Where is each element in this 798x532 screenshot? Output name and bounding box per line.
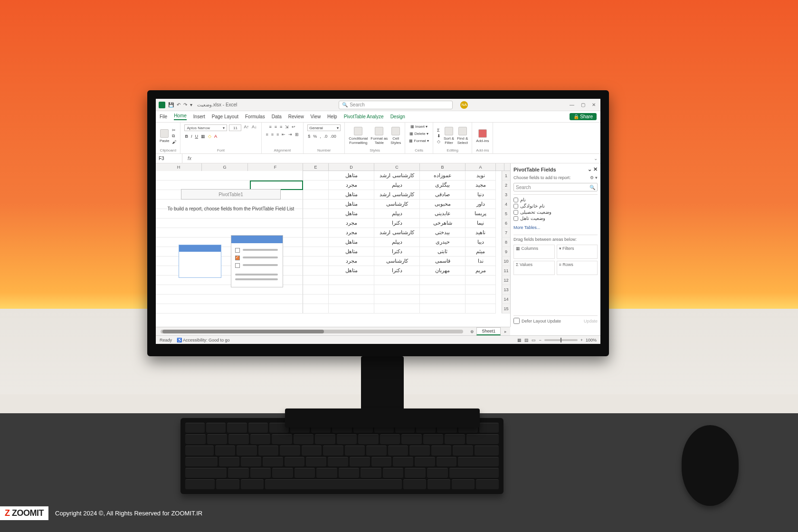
- fill-icon[interactable]: ⬇: [437, 133, 441, 138]
- cut-icon[interactable]: ✂: [172, 128, 176, 133]
- worksheet[interactable]: E D C B A H G F 123456789101112131415: [156, 163, 510, 327]
- monitor-stand-base: [285, 408, 480, 428]
- zoom-slider[interactable]: [544, 339, 578, 341]
- clear-icon[interactable]: ◇: [437, 139, 441, 144]
- redo-icon[interactable]: ↷: [183, 102, 187, 107]
- copy-icon[interactable]: ⧉: [172, 133, 176, 139]
- inc-dec-icon[interactable]: .0: [323, 134, 328, 139]
- merge-icon[interactable]: ⊞: [294, 132, 299, 137]
- view-page-icon[interactable]: ▤: [524, 338, 529, 342]
- align-mid-icon[interactable]: ≡: [274, 124, 277, 129]
- share-button[interactable]: 🔒 Share: [570, 113, 597, 120]
- font-name-combo[interactable]: Aptos Narrow▾: [184, 124, 227, 131]
- save-icon[interactable]: 💾: [168, 102, 174, 107]
- tab-home[interactable]: Home: [174, 113, 187, 120]
- sheet-tab[interactable]: Sheet1: [476, 327, 501, 335]
- fill-color-icon[interactable]: ◇: [208, 134, 212, 139]
- align-bot-icon[interactable]: ≡: [279, 124, 283, 129]
- comma-icon[interactable]: ,: [319, 134, 322, 139]
- align-left-icon[interactable]: ≡: [266, 132, 269, 137]
- dec-dec-icon[interactable]: .00: [330, 134, 337, 139]
- align-center-icon[interactable]: ≡: [271, 132, 274, 137]
- new-sheet-button[interactable]: ⊕: [468, 329, 476, 334]
- zone-values[interactable]: Σ Values: [513, 261, 555, 275]
- tab-page-layout[interactable]: Page Layout: [212, 114, 238, 119]
- pivot-hint-text: To build a report, choose fields from th…: [160, 206, 302, 211]
- percent-icon[interactable]: %: [313, 134, 317, 139]
- format-as-table-button[interactable]: Format as Table: [370, 127, 388, 145]
- cell-styles-button[interactable]: Cell Styles: [390, 127, 401, 145]
- field-search[interactable]: Search🔍: [513, 183, 598, 191]
- undo-icon[interactable]: ↶: [177, 102, 180, 107]
- tab-design[interactable]: Design: [390, 114, 405, 119]
- zone-columns[interactable]: ▦ Columns: [513, 245, 555, 259]
- indent-inc-icon[interactable]: ⇥: [288, 132, 293, 137]
- tab-review[interactable]: Review: [288, 114, 304, 119]
- panel-close-icon[interactable]: ✕: [593, 166, 598, 172]
- sort-filter-button[interactable]: Sort & Filter: [444, 127, 454, 145]
- defer-layout-checkbox[interactable]: [513, 318, 520, 324]
- more-tables-link[interactable]: More Tables...: [513, 225, 598, 230]
- font-size-combo[interactable]: 11: [229, 124, 241, 131]
- panel-options-icon[interactable]: ⌄: [588, 166, 592, 172]
- currency-icon[interactable]: $: [307, 134, 311, 139]
- font-color-icon[interactable]: A: [214, 134, 218, 139]
- format-cells-button[interactable]: ▦ Format ▾: [409, 139, 429, 143]
- pivot-placeholder[interactable]: PivotTable1 To build a report, choose fi…: [160, 178, 302, 292]
- indent-dec-icon[interactable]: ⇤: [281, 132, 286, 137]
- minimize-icon[interactable]: —: [570, 102, 574, 107]
- formula-expand-icon[interactable]: ⌄: [591, 156, 600, 161]
- tab-help[interactable]: Help: [327, 114, 337, 119]
- format-painter-icon[interactable]: 🖌: [172, 140, 176, 144]
- sheet-nav-icon[interactable]: ▸: [501, 329, 510, 334]
- tab-insert[interactable]: Insert: [193, 114, 205, 119]
- conditional-formatting-button[interactable]: Conditional Formatting: [349, 127, 368, 145]
- zoom-out-icon[interactable]: −: [539, 338, 541, 342]
- field-checkbox[interactable]: وضعیت تحصیلی: [513, 209, 598, 215]
- tab-formulas[interactable]: Formulas: [245, 114, 265, 119]
- search-box[interactable]: 🔍 Search: [339, 101, 453, 109]
- border-icon[interactable]: ▦: [200, 134, 206, 139]
- field-checkbox[interactable]: نام خانوادگی: [513, 203, 598, 209]
- user-avatar[interactable]: NA: [460, 101, 468, 109]
- name-box[interactable]: F3: [156, 154, 182, 163]
- zoom-level[interactable]: 100%: [586, 338, 597, 342]
- underline-button[interactable]: U: [194, 134, 199, 139]
- delete-cells-button[interactable]: ▦ Delete ▾: [409, 132, 428, 136]
- update-button[interactable]: Update: [584, 319, 598, 323]
- orientation-icon[interactable]: ⇲: [285, 124, 289, 129]
- align-right-icon[interactable]: ≡: [276, 132, 279, 137]
- italic-button[interactable]: I: [190, 134, 193, 139]
- row-headers[interactable]: 123456789101112131415: [502, 171, 510, 314]
- view-normal-icon[interactable]: ▦: [517, 338, 522, 342]
- fx-icon[interactable]: fx: [182, 156, 197, 161]
- accessibility-status[interactable]: ♿ Accessibility: Good to go: [177, 338, 230, 342]
- view-break-icon[interactable]: ▭: [532, 338, 536, 342]
- zone-rows[interactable]: ≡ Rows: [557, 261, 598, 275]
- wrap-text-icon[interactable]: ↩: [291, 124, 296, 129]
- addins-button[interactable]: Add-ins: [476, 129, 489, 143]
- field-checkbox[interactable]: وضعیت تاهل: [513, 215, 598, 221]
- tab-pivottable-analyze[interactable]: PivotTable Analyze: [344, 114, 384, 119]
- tab-file[interactable]: File: [160, 114, 167, 119]
- tab-data[interactable]: Data: [272, 114, 282, 119]
- zone-filters[interactable]: ▾ Filters: [557, 245, 598, 259]
- align-top-icon[interactable]: ≡: [269, 124, 272, 129]
- group-label: Font: [217, 148, 225, 152]
- close-icon[interactable]: ✕: [592, 102, 596, 107]
- insert-cells-button[interactable]: ▦ Insert ▾: [410, 124, 428, 129]
- zoom-in-icon[interactable]: +: [580, 338, 583, 342]
- field-checkbox[interactable]: نام: [513, 197, 598, 203]
- decrease-font-icon[interactable]: A↓: [251, 124, 257, 131]
- number-format-combo[interactable]: General▾: [307, 124, 341, 131]
- gear-icon[interactable]: ⚙ ▾: [590, 175, 598, 180]
- increase-font-icon[interactable]: A↑: [243, 124, 249, 131]
- maximize-icon[interactable]: ▢: [581, 102, 585, 107]
- find-select-button[interactable]: Find & Select: [457, 127, 468, 145]
- paste-button[interactable]: Paste: [160, 129, 169, 143]
- tab-view[interactable]: View: [311, 114, 321, 119]
- qat-dropdown-icon[interactable]: ▾: [190, 102, 192, 107]
- bold-button[interactable]: B: [184, 134, 189, 139]
- horizontal-scrollbar[interactable]: [161, 330, 463, 333]
- autosum-icon[interactable]: Σ: [437, 128, 441, 133]
